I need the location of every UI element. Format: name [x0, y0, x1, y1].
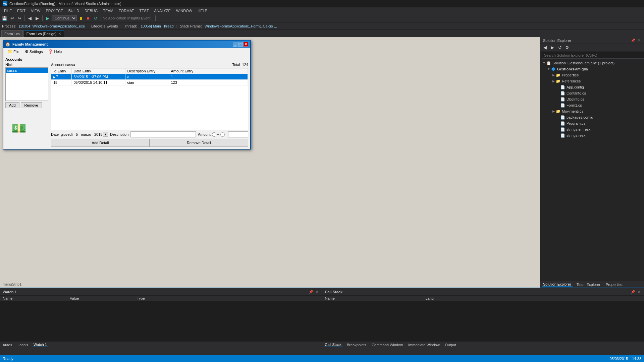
tab-breakpoints[interactable]: Breakpoints: [345, 343, 368, 347]
form-maximize-button[interactable]: □: [238, 42, 243, 47]
se-filter-btn[interactable]: ⚙: [564, 44, 571, 51]
se-forward-btn[interactable]: ▶: [549, 44, 556, 51]
date-input[interactable]: giovedì 5 marzo 2015 ▼: [61, 132, 108, 137]
menu-team[interactable]: TEAM: [100, 7, 116, 14]
tab-immediatewindow[interactable]: Immediate Window: [407, 343, 441, 347]
tab-callstack[interactable]: Call Stack: [324, 343, 343, 347]
se-pin-btn[interactable]: 📌: [631, 38, 635, 43]
radio-plus[interactable]: [212, 132, 216, 137]
amount-input[interactable]: [228, 131, 248, 137]
add-account-button[interactable]: Add: [5, 102, 19, 108]
process-value[interactable]: [10384] WindowsFormsApplication1.exe: [19, 24, 85, 28]
tree-item-references[interactable]: ▶ 📁 References: [540, 78, 644, 84]
watch-close-btn[interactable]: ✕: [315, 290, 319, 294]
add-detail-button[interactable]: Add Detail: [51, 139, 150, 147]
toolbar-pause[interactable]: ⏸: [77, 15, 84, 21]
form-window: 🏠 Family Management _ □ ✕ 📁 File: [3, 40, 251, 149]
tree-item-project[interactable]: ▼ 🔷 GestioneFamiglia: [540, 66, 644, 72]
table-header-row: Id Entry Data Entry Description Entry Am…: [51, 68, 248, 74]
callstack-col-name: Name: [322, 296, 423, 301]
tree-item-programcs[interactable]: 📄 Program.cs: [540, 120, 644, 126]
menu-build[interactable]: BUILD: [66, 7, 82, 14]
callstack-col-lang: Lang: [423, 296, 644, 301]
detail-header: Account cassa Total 124: [51, 63, 248, 67]
tree-item-contiinfo[interactable]: 📄 ContiInfo.cs: [540, 90, 644, 96]
detail-table-container[interactable]: Id Entry Data Entry Description Entry Am…: [51, 68, 248, 130]
tree-item-strings[interactable]: 📄 strings.resx: [540, 132, 644, 138]
table-row[interactable]: 7 3/4/2015 1:37:06 PM a 1: [51, 74, 248, 80]
menu-project[interactable]: PROJECT: [43, 7, 65, 14]
tree-item-form1cs[interactable]: 📄 Form1.cs: [540, 102, 644, 108]
watch-pin-btn[interactable]: 📌: [309, 290, 313, 294]
remove-detail-button[interactable]: Remove Detail: [150, 139, 248, 147]
listbox-item-cassa[interactable]: cassa: [6, 68, 48, 73]
remove-account-button[interactable]: Remove: [21, 102, 42, 108]
accounts-listbox[interactable]: cassa: [5, 67, 48, 101]
tab-output[interactable]: Output: [444, 343, 458, 347]
form-minimize-button[interactable]: _: [233, 42, 237, 47]
menu-format[interactable]: FORMAT: [116, 7, 137, 14]
menu-debug[interactable]: DEBUG: [82, 7, 100, 14]
toolbar-forward[interactable]: ▶: [34, 15, 41, 21]
watch-panel-title: Watch 1: [3, 290, 17, 294]
panel-tab-solution-explorer[interactable]: Solution Explorer: [542, 282, 573, 287]
solution-explorer-search[interactable]: [542, 52, 644, 59]
toolbar-undo[interactable]: ↩: [9, 15, 15, 21]
dboinfo-label: DboInfo.cs: [567, 97, 584, 101]
menu-analyze[interactable]: ANALYZE: [152, 7, 173, 14]
se-refresh-btn[interactable]: ↺: [556, 44, 563, 51]
callstack-pin-btn[interactable]: 📌: [631, 290, 635, 294]
tab-autos[interactable]: Autos: [1, 343, 13, 347]
table-row[interactable]: 15 05/03/2015 14:10:11 ciao 123: [51, 80, 248, 85]
tree-item-packages[interactable]: 📄 packages.config: [540, 114, 644, 120]
menu-edit[interactable]: EDIT: [14, 7, 28, 14]
description-input[interactable]: [130, 131, 196, 137]
se-close-btn[interactable]: ✕: [637, 38, 641, 43]
lifecycle-label[interactable]: Lifecycle Events: [91, 24, 118, 28]
thread-value[interactable]: [10056] Main Thread: [140, 24, 173, 28]
menu-window[interactable]: WINDOW: [173, 7, 195, 14]
tree-item-strings-en[interactable]: 📄 strings.en.resx: [540, 126, 644, 132]
tab-form1cs-design-close[interactable]: ✕: [58, 32, 61, 36]
radio-minus[interactable]: [220, 132, 225, 137]
form-menu-settings[interactable]: ⚙ Settings: [23, 49, 45, 55]
panel-tab-team-explorer[interactable]: Team Explorer: [575, 283, 602, 287]
menu-view[interactable]: VIEW: [28, 7, 43, 14]
toolbar-stop[interactable]: ■: [85, 15, 92, 21]
toolbar-save[interactable]: 💾: [1, 15, 8, 21]
tab-commandwindow[interactable]: Command Window: [370, 343, 404, 347]
amount-radio-plus[interactable]: +: [212, 132, 219, 137]
menu-test[interactable]: TEST: [137, 7, 151, 14]
toolbar-debug-start[interactable]: ▶: [44, 15, 51, 21]
tab-form1cs-design[interactable]: Form1.cs [Design] ✕: [23, 30, 64, 37]
form-menu-file[interactable]: 📁 File: [5, 49, 21, 55]
tree-item-dboinfo[interactable]: 📄 DboInfo.cs: [540, 96, 644, 102]
callstack-close-btn[interactable]: ✕: [637, 290, 641, 294]
form-menu-help[interactable]: ❓ Help: [46, 49, 64, 55]
tab-watch1[interactable]: Watch 1: [32, 343, 48, 347]
se-back-btn[interactable]: ◀: [542, 44, 548, 51]
form-titlebar: 🏠 Family Management _ □ ✕: [3, 41, 250, 48]
stackframe-value[interactable]: WindowsFormsApplication1.Form1.Calcio ..…: [205, 24, 277, 28]
cell-amount: 123: [169, 80, 248, 85]
callstack-grid-header: Name Lang: [322, 296, 644, 301]
strings-en-label: strings.en.resx: [567, 127, 591, 131]
tree-item-appconfig[interactable]: 📄 App.config: [540, 84, 644, 90]
menu-help[interactable]: HELP: [195, 7, 210, 14]
toolbar-redo[interactable]: ↪: [16, 15, 23, 21]
tree-item-properties[interactable]: ▶ 📁 Properties: [540, 72, 644, 78]
menu-file[interactable]: FILE: [1, 7, 14, 14]
design-canvas[interactable]: 🏠 Family Management _ □ ✕ 📁 File: [0, 37, 540, 288]
amount-radio-minus[interactable]: -: [220, 132, 227, 137]
tab-form1cs[interactable]: Form1.cs: [1, 30, 23, 37]
date-dropdown[interactable]: ▼: [103, 132, 108, 137]
toolbar-restart[interactable]: ↺: [92, 15, 99, 21]
panel-tab-properties[interactable]: Properties: [604, 283, 624, 287]
debug-config-dropdown[interactable]: Continue: [52, 15, 77, 21]
tab-locals[interactable]: Locals: [16, 343, 30, 347]
form-close-button[interactable]: ✕: [244, 42, 248, 47]
tree-item-solution[interactable]: ▼ 📋 Solution 'GestioneFamiglia' (1 proje…: [540, 60, 644, 66]
tree-item-movimenti[interactable]: ▶ 📁 Movimenti.cs: [540, 108, 644, 114]
toolbar-back[interactable]: ◀: [26, 15, 33, 21]
toolbar-sep3: [101, 15, 101, 21]
